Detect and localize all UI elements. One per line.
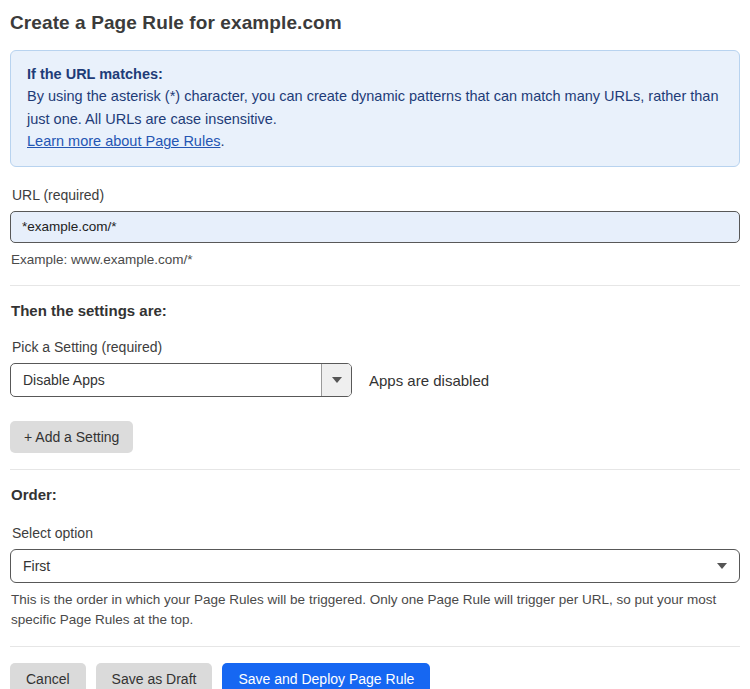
save-as-draft-button[interactable]: Save as Draft bbox=[96, 663, 213, 689]
setting-select-value: Disable Apps bbox=[11, 364, 321, 396]
url-match-info-box: If the URL matches: By using the asteris… bbox=[10, 50, 740, 167]
page-title: Create a Page Rule for example.com bbox=[10, 12, 740, 34]
add-setting-button[interactable]: + Add a Setting bbox=[10, 421, 133, 453]
link-period: . bbox=[220, 133, 224, 149]
url-field-label: URL (required) bbox=[12, 187, 740, 203]
info-box-heading: If the URL matches: bbox=[27, 63, 723, 85]
divider bbox=[10, 285, 740, 286]
order-select-value: First bbox=[23, 558, 50, 574]
cancel-button[interactable]: Cancel bbox=[10, 663, 86, 689]
setting-select[interactable]: Disable Apps bbox=[10, 363, 352, 397]
learn-more-link[interactable]: Learn more about Page Rules bbox=[27, 133, 220, 149]
setting-select-arrow-segment[interactable] bbox=[321, 364, 351, 396]
setting-status-text: Apps are disabled bbox=[369, 372, 489, 389]
divider bbox=[10, 469, 740, 470]
setting-row: Disable Apps Apps are disabled bbox=[10, 363, 740, 397]
order-section-heading: Order: bbox=[11, 486, 740, 503]
url-input[interactable] bbox=[10, 211, 740, 243]
settings-section-heading: Then the settings are: bbox=[11, 302, 740, 319]
url-field-helper: Example: www.example.com/* bbox=[11, 250, 740, 270]
divider bbox=[10, 646, 740, 647]
chevron-down-icon bbox=[332, 377, 342, 383]
info-box-link-line: Learn more about Page Rules. bbox=[27, 130, 723, 152]
create-page-rule-form: Create a Page Rule for example.com If th… bbox=[0, 0, 750, 689]
pick-setting-label: Pick a Setting (required) bbox=[12, 339, 740, 355]
order-select-label: Select option bbox=[12, 525, 740, 541]
order-select[interactable]: First bbox=[10, 549, 740, 583]
save-and-deploy-button[interactable]: Save and Deploy Page Rule bbox=[222, 663, 430, 689]
order-helper-text: This is the order in which your Page Rul… bbox=[11, 590, 740, 629]
footer-actions: Cancel Save as Draft Save and Deploy Pag… bbox=[10, 663, 740, 689]
chevron-down-icon bbox=[717, 563, 727, 569]
info-box-body: By using the asterisk (*) character, you… bbox=[27, 85, 723, 130]
